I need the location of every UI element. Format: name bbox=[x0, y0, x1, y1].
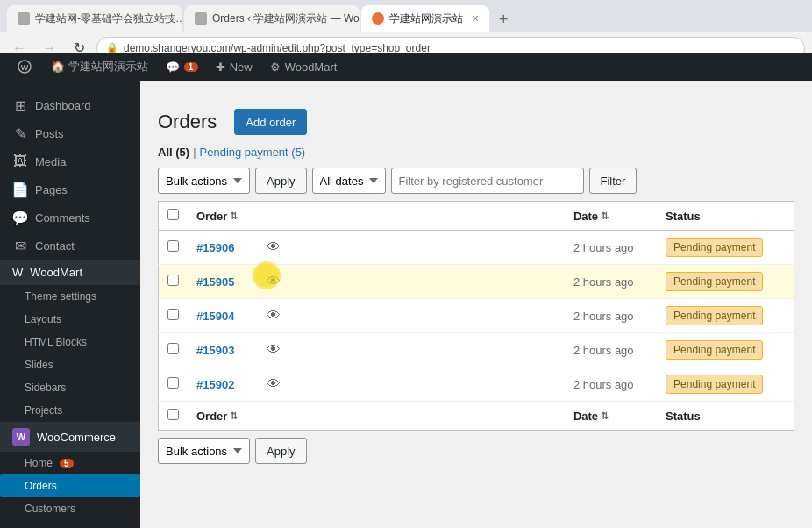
row2-checkbox[interactable] bbox=[167, 275, 179, 286]
wp-logo-icon: W bbox=[16, 58, 33, 75]
date-sort-link[interactable]: Date ⇅ bbox=[573, 210, 609, 223]
html-blocks-label: HTML Blocks bbox=[25, 336, 87, 348]
row1-checkbox[interactable] bbox=[167, 240, 179, 252]
woocommerce-icon: W bbox=[12, 428, 30, 446]
row3-checkbox[interactable] bbox=[167, 309, 179, 320]
row3-date: 2 hours ago bbox=[565, 299, 657, 333]
th-spacer bbox=[258, 202, 565, 231]
sidebar-item-contact[interactable]: ✉ Contact bbox=[0, 232, 140, 260]
posts-icon: ✎ bbox=[12, 125, 28, 141]
footer-date-sort-link[interactable]: Date ⇅ bbox=[573, 410, 609, 423]
adminbar-new[interactable]: ✚ New bbox=[207, 53, 261, 81]
row2-eye-icon[interactable]: 👁 bbox=[267, 274, 281, 289]
row5-checkbox[interactable] bbox=[167, 377, 179, 389]
table-row: #15904 👁 2 hours ago Pending payment bbox=[159, 299, 794, 333]
add-order-button[interactable]: Add order bbox=[234, 109, 307, 135]
row2-order-link[interactable]: #15905 bbox=[196, 275, 234, 289]
sidebar-item-woodmart[interactable]: W WoodMart bbox=[0, 260, 140, 285]
sidebar-item-woocommerce[interactable]: W WooCommerce bbox=[0, 422, 140, 452]
sidebar-label-comments: Comments bbox=[35, 211, 90, 225]
row4-eye-icon[interactable]: 👁 bbox=[267, 342, 281, 357]
comments-sidebar-icon: 💬 bbox=[12, 210, 28, 225]
row3-eye-icon[interactable]: 👁 bbox=[267, 308, 281, 323]
row5-status-badge: Pending payment bbox=[666, 375, 763, 394]
footer-checkbox[interactable] bbox=[167, 409, 179, 420]
customer-filter-input[interactable] bbox=[391, 168, 584, 194]
row2-status-badge: Pending payment bbox=[666, 272, 763, 291]
tab2-favicon bbox=[195, 12, 207, 25]
sidebar-item-posts[interactable]: ✎ Posts bbox=[0, 119, 140, 147]
slides-label: Slides bbox=[25, 359, 53, 371]
sidebar-item-projects[interactable]: Projects bbox=[0, 399, 140, 422]
browser-tab-2[interactable]: Orders ‹ 学建站网演示站 — Wo… × bbox=[184, 5, 360, 32]
home-count-badge: 5 bbox=[60, 459, 74, 468]
admin-bar: W 🏠 学建站网演示站 💬 1 ✚ New ⚙ WoodMart bbox=[0, 53, 812, 81]
sidebar-item-sidebars[interactable]: Sidebars bbox=[0, 376, 140, 399]
order-sort-arrows: ⇅ bbox=[230, 210, 238, 222]
row5-order-link[interactable]: #15902 bbox=[196, 378, 234, 391]
row4-date: 2 hours ago bbox=[565, 333, 657, 367]
bulk-actions-select-bottom[interactable]: Bulk actions bbox=[158, 438, 250, 464]
row4-checkbox[interactable] bbox=[167, 343, 179, 354]
sidebar-item-slides[interactable]: Slides bbox=[0, 353, 140, 376]
row3-eye: 👁 bbox=[258, 299, 565, 333]
filter-all[interactable]: All (5) bbox=[158, 146, 189, 159]
bulk-actions-select-top[interactable]: Bulk actions bbox=[158, 168, 250, 194]
table-footer-row: Order ⇅ Date ⇅ Status bbox=[159, 402, 794, 431]
adminbar-comments[interactable]: 💬 1 bbox=[157, 53, 207, 81]
row3-order-link[interactable]: #15904 bbox=[196, 310, 234, 323]
row1-order-link[interactable]: #15906 bbox=[196, 241, 234, 254]
sidebar-item-media[interactable]: 🖼 Media bbox=[0, 147, 140, 175]
tab3-label: 学建站网演示站 bbox=[389, 11, 463, 26]
woodmart-icon: ⚙ bbox=[270, 61, 281, 74]
sidebar-item-pages[interactable]: 📄 Pages bbox=[0, 175, 140, 203]
sidebar: ⊞ Dashboard ✎ Posts 🖼 Media 📄 Pages 💬 Co… bbox=[0, 63, 140, 528]
orders-sub-label: Orders bbox=[25, 480, 57, 492]
sidebar-item-orders[interactable]: Orders bbox=[0, 474, 140, 497]
row2-eye: 👁 bbox=[258, 265, 565, 299]
customers-label: Customers bbox=[25, 503, 75, 515]
apply-button-bottom[interactable]: Apply bbox=[255, 438, 307, 464]
sidebar-item-dashboard[interactable]: ⊞ Dashboard bbox=[0, 91, 140, 119]
sidebar-item-theme-settings[interactable]: Theme settings bbox=[0, 285, 140, 308]
comments-count: 1 bbox=[184, 62, 198, 72]
sidebar-label-contact: Contact bbox=[35, 239, 75, 253]
tab3-close[interactable]: × bbox=[472, 11, 479, 25]
apply-button-top[interactable]: Apply bbox=[255, 168, 307, 194]
page-header: Orders Add order bbox=[158, 109, 794, 135]
th-checkbox bbox=[159, 202, 189, 231]
comments-icon: 💬 bbox=[166, 61, 180, 74]
sidebar-label-pages: Pages bbox=[35, 183, 68, 196]
adminbar-site-name[interactable]: 🏠 学建站网演示站 bbox=[42, 53, 157, 81]
row5-eye-icon[interactable]: 👁 bbox=[267, 376, 281, 391]
sidebar-item-customers[interactable]: Customers bbox=[0, 497, 140, 520]
sidebar-label-media: Media bbox=[35, 155, 66, 168]
sidebar-item-layouts[interactable]: Layouts bbox=[0, 308, 140, 331]
filter-pending-payment[interactable]: Pending payment (5) bbox=[200, 146, 306, 159]
sidebar-item-html-blocks[interactable]: HTML Blocks bbox=[0, 331, 140, 353]
order-sort-link[interactable]: Order ⇅ bbox=[196, 210, 238, 223]
th-status: Status bbox=[657, 202, 794, 231]
main-content: Orders Add order All (5) | Pending payme… bbox=[140, 63, 812, 528]
new-tab-button[interactable]: + bbox=[491, 7, 516, 32]
pages-icon: 📄 bbox=[12, 182, 28, 197]
dates-select[interactable]: All dates bbox=[312, 168, 386, 194]
row4-order-link[interactable]: #15903 bbox=[196, 344, 234, 357]
sidebar-item-home[interactable]: Home 5 bbox=[0, 452, 140, 474]
footer-order-sort-link[interactable]: Order ⇅ bbox=[196, 410, 238, 423]
sidebar-item-comments[interactable]: 💬 Comments bbox=[0, 203, 140, 232]
footer-date-col: Date ⇅ bbox=[565, 402, 657, 431]
adminbar-wp-logo[interactable]: W bbox=[7, 53, 42, 81]
row2-date: 2 hours ago bbox=[565, 265, 657, 299]
table-row: #15906 👁 2 hours ago Pending payment bbox=[159, 231, 794, 265]
row5-date: 2 hours ago bbox=[565, 367, 657, 402]
browser-tab-1[interactable]: 学建站网-零基础学会独立站技… × bbox=[7, 5, 182, 32]
select-all-checkbox[interactable] bbox=[167, 209, 179, 220]
browser-tab-3[interactable]: 学建站网演示站 × bbox=[361, 5, 489, 32]
row5-eye: 👁 bbox=[258, 367, 565, 402]
adminbar-woodmart[interactable]: ⚙ WoodMart bbox=[261, 53, 346, 81]
row1-eye-icon[interactable]: 👁 bbox=[267, 239, 281, 254]
filter-button[interactable]: Filter bbox=[589, 168, 637, 194]
sidebar-label-woocommerce: WooCommerce bbox=[37, 431, 116, 444]
row3-order: #15904 bbox=[188, 299, 258, 333]
